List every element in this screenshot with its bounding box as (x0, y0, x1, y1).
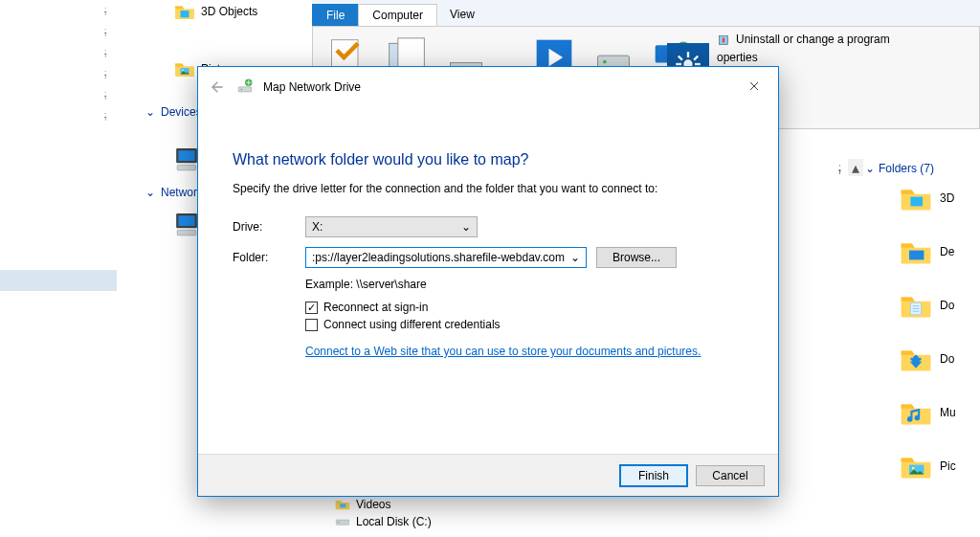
cancel-button[interactable]: Cancel (696, 465, 765, 486)
checkbox-icon: ✓ (305, 302, 318, 314)
uninstall-icon (717, 34, 730, 47)
svg-rect-22 (693, 55, 699, 60)
folders-header[interactable]: ⌄Folders (7) (865, 158, 980, 185)
svg-rect-17 (676, 63, 681, 65)
svg-rect-25 (910, 197, 923, 207)
dialog-instruction: Specify the drive letter for the connect… (233, 182, 744, 195)
folder-combobox[interactable]: :ps://layer2leadingsolutions.sharefile-w… (305, 247, 587, 268)
sidebar-3d-objects[interactable]: 3D Objects (124, 0, 311, 23)
diffcred-label: Connect using different credentials (323, 318, 501, 331)
example-text: Example: \\server\share (305, 278, 744, 291)
folder-3d[interactable]: 3D (900, 185, 980, 212)
svg-point-2 (182, 69, 184, 71)
pin-icon (100, 69, 109, 78)
quick-access-pins (0, 0, 117, 537)
uninstall-label[interactable]: Uninstall or change a program (736, 31, 890, 49)
pin-icon (100, 48, 109, 57)
folder-icon (174, 60, 195, 78)
svg-rect-24 (723, 37, 724, 42)
reconnect-label: Reconnect at sign-in (323, 301, 428, 314)
svg-rect-19 (678, 55, 683, 60)
tab-file[interactable]: File (312, 4, 359, 27)
folder-pictures[interactable]: Pic (900, 453, 980, 480)
dialog-title: Map Network Drive (263, 80, 361, 94)
svg-rect-42 (238, 86, 252, 91)
chevron-down-icon: ⌄ (865, 162, 875, 175)
pin-icon (100, 27, 109, 36)
pin-icon (100, 6, 109, 15)
svg-rect-18 (695, 63, 701, 65)
chevron-down-icon: ⌄ (461, 220, 471, 234)
map-network-drive-dialog: Map Network Drive What network folder wo… (197, 66, 779, 497)
svg-point-10 (603, 60, 607, 64)
close-button[interactable] (734, 73, 774, 100)
svg-point-35 (338, 522, 339, 523)
svg-point-32 (912, 467, 915, 470)
svg-rect-30 (913, 311, 920, 312)
svg-rect-37 (178, 150, 194, 161)
dialog-heading: What network folder would you like to ma… (233, 151, 744, 168)
device-thumb-1 (174, 145, 199, 178)
scroll-up-button[interactable]: ▴ (848, 159, 863, 176)
folder-icon (174, 3, 195, 20)
tab-computer[interactable]: Computer (358, 4, 437, 27)
pin-icon (100, 90, 109, 100)
folder-documents[interactable]: Do (900, 292, 980, 319)
svg-rect-40 (178, 215, 194, 226)
drive-value: X: (312, 220, 323, 234)
different-credentials-checkbox[interactable]: Connect using different credentials (305, 318, 744, 331)
nav-localdisk[interactable]: Local Disk (C:) (335, 513, 432, 530)
sidebar-item-label: 3D Objects (201, 5, 257, 18)
svg-rect-38 (177, 165, 196, 169)
network-drive-icon (236, 78, 254, 98)
drive-label: Drive: (233, 220, 305, 234)
svg-rect-0 (181, 11, 189, 17)
folder-downloads[interactable]: Do (900, 346, 980, 372)
folder-music[interactable]: Mu (900, 399, 980, 426)
device-thumb-2 (174, 211, 199, 243)
svg-rect-26 (909, 251, 924, 260)
connect-website-link[interactable]: Connect to a Web site that you can use t… (305, 345, 701, 358)
checkbox-icon (305, 319, 318, 331)
finish-button[interactable]: Finish (619, 464, 688, 487)
svg-rect-15 (687, 52, 689, 57)
pin-icon (100, 111, 109, 121)
nav-tree-tail: Videos Local Disk (C:) (335, 496, 432, 530)
svg-rect-28 (913, 305, 920, 306)
nav-videos[interactable]: Videos (335, 496, 432, 513)
back-button[interactable] (206, 77, 227, 98)
svg-rect-33 (340, 503, 345, 507)
chevron-down-icon: ⌄ (145, 186, 155, 199)
svg-point-43 (241, 88, 243, 90)
browse-button[interactable]: Browse... (596, 247, 677, 268)
dialog-footer: Finish Cancel (198, 454, 778, 496)
folder-desktop[interactable]: De (900, 238, 980, 265)
chevron-down-icon: ⌄ (145, 105, 155, 119)
folder-label: Folder: (233, 251, 305, 264)
folders-panel: ⌄Folders (7) 3D De Do Do Mu Pic (865, 158, 980, 506)
svg-rect-41 (177, 230, 196, 235)
devices-label: Devices (161, 105, 202, 119)
tab-view[interactable]: View (436, 4, 488, 27)
drive-select[interactable]: X: ⌄ (305, 216, 478, 237)
properties-frag: operties (717, 49, 758, 67)
chevron-down-icon: ⌄ (570, 251, 580, 264)
reconnect-checkbox[interactable]: ✓ Reconnect at sign-in (305, 301, 744, 314)
pin-icon[interactable] (833, 161, 844, 178)
svg-rect-5 (398, 38, 425, 70)
folder-value: :ps://layer2leadingsolutions.sharefile-w… (312, 251, 565, 264)
svg-rect-29 (913, 308, 920, 309)
